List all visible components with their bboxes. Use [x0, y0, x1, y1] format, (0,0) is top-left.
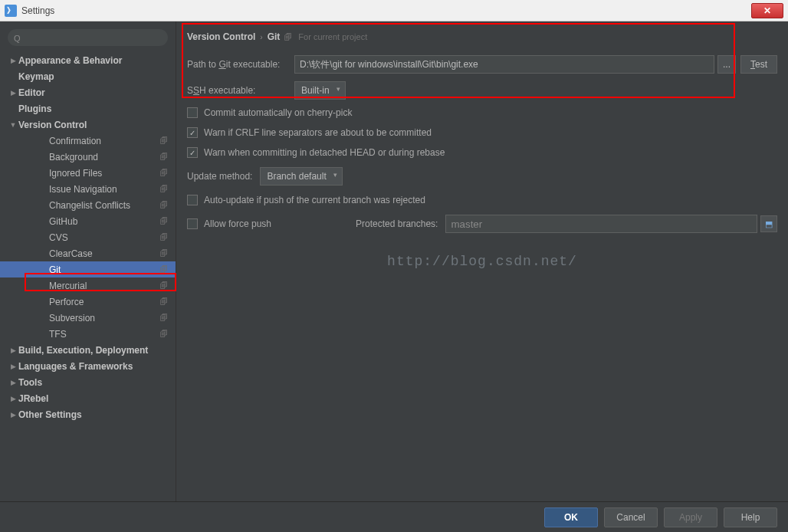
ssh-label: SSH executable: [187, 85, 294, 96]
sidebar-item-clearcase[interactable]: ▶ClearCase🗐 [0, 245, 176, 261]
sidebar-item-git[interactable]: ▶Git🗐 [0, 261, 176, 277]
sidebar-item-label: Editor [18, 87, 169, 98]
tree-arrow-icon: ▼ [8, 121, 18, 129]
project-scope-icon: 🗐 [159, 233, 169, 241]
cherry-pick-row[interactable]: Commit automatically on cherry-pick [187, 107, 777, 118]
sidebar-item-label: JRebel [18, 393, 169, 404]
window-title: Settings [21, 5, 751, 16]
sidebar-item-label: Appearance & Behavior [18, 55, 169, 66]
force-push-checkbox[interactable] [187, 218, 198, 229]
breadcrumb-git: Git [268, 31, 281, 42]
ssh-dropdown[interactable]: Built-in [294, 81, 346, 100]
update-method-label: Update method: [187, 171, 252, 182]
sidebar-item-keymap[interactable]: ▶Keymap [0, 68, 176, 84]
cherry-pick-label: Commit automatically on cherry-pick [204, 107, 352, 118]
sidebar-item-perforce[interactable]: ▶Perforce🗐 [0, 294, 176, 310]
sidebar-item-tools[interactable]: ▶Tools [0, 374, 176, 390]
search-icon: Q [14, 34, 21, 43]
sidebar-item-label: TFS [49, 329, 159, 340]
project-scope-icon: 🗐 [159, 217, 169, 225]
test-button[interactable]: Test [740, 55, 777, 74]
update-method-row: Update method: Branch default [187, 167, 777, 186]
tree-arrow-icon: ▶ [8, 395, 18, 402]
cherry-pick-checkbox[interactable] [187, 107, 198, 118]
sidebar-item-label: Git [49, 264, 159, 275]
sidebar-item-editor[interactable]: ▶Editor [0, 84, 176, 100]
update-method-dropdown[interactable]: Branch default [260, 167, 342, 186]
ok-button[interactable]: OK [544, 507, 598, 527]
sidebar-item-build-execution-deployment[interactable]: ▶Build, Execution, Deployment [0, 342, 176, 358]
sidebar-item-github[interactable]: ▶GitHub🗐 [0, 213, 176, 229]
autoupdate-checkbox[interactable] [187, 195, 198, 205]
sidebar-item-mercurial[interactable]: ▶Mercurial🗐 [0, 277, 176, 294]
detached-checkbox[interactable] [187, 147, 198, 158]
sidebar-item-languages-frameworks[interactable]: ▶Languages & Frameworks [0, 358, 176, 374]
path-label: Path to Git executable: [187, 59, 294, 70]
sidebar-item-appearance-behavior[interactable]: ▶Appearance & Behavior [0, 52, 176, 68]
sidebar-item-issue-navigation[interactable]: ▶Issue Navigation🗐 [0, 181, 176, 197]
project-scope-icon: 🗐 [159, 169, 169, 177]
protected-branches-label: Protected branches: [356, 218, 438, 229]
sidebar-item-background[interactable]: ▶Background🗐 [0, 149, 176, 165]
detached-row[interactable]: Warn when committing in detached HEAD or… [187, 147, 777, 158]
sidebar-item-label: Keymap [18, 71, 169, 82]
protected-branches-input[interactable] [445, 215, 757, 233]
sidebar-item-confirmation[interactable]: ▶Confirmation🗐 [0, 133, 176, 149]
project-scope-icon: 🗐 [159, 330, 169, 338]
project-scope-icon: 🗐 [159, 314, 169, 322]
settings-tree[interactable]: ▶Appearance & Behavior▶Keymap▶Editor▶Plu… [0, 52, 176, 501]
search-input[interactable] [8, 29, 168, 46]
sidebar-item-tfs[interactable]: ▶TFS🗐 [0, 326, 176, 342]
project-scope-icon: 🗐 [159, 153, 169, 161]
sidebar-item-version-control[interactable]: ▼Version Control [0, 117, 176, 133]
project-scope-icon: 🗐 [159, 265, 169, 274]
breadcrumb-hint: For current project [298, 32, 367, 41]
expand-button[interactable]: ⬒ [760, 215, 777, 232]
close-button[interactable]: ✕ [751, 3, 783, 18]
breadcrumb-vc[interactable]: Version Control [187, 31, 255, 42]
crlf-label: Warn if CRLF line separators are about t… [204, 127, 432, 138]
sidebar-item-subversion[interactable]: ▶Subversion🗐 [0, 310, 176, 326]
project-scope-icon: 🗐 [159, 185, 169, 193]
sidebar-item-label: Version Control [18, 120, 169, 130]
autoupdate-row[interactable]: Auto-update if push of the current branc… [187, 195, 777, 205]
detached-label: Warn when committing in detached HEAD or… [204, 147, 445, 158]
title-bar: 》 Settings ✕ [0, 0, 788, 21]
browse-button[interactable]: ... [717, 55, 736, 74]
sidebar-item-jrebel[interactable]: ▶JRebel [0, 390, 176, 406]
sidebar-item-label: Perforce [49, 297, 159, 307]
tree-arrow-icon: ▶ [8, 363, 18, 370]
watermark: http://blog.csdn.net/ [387, 254, 577, 269]
search-wrap: Q [0, 26, 176, 52]
project-scope-icon: 🗐 [159, 136, 169, 145]
app-icon: 》 [5, 5, 17, 17]
sidebar-item-label: Confirmation [49, 136, 159, 146]
sidebar-item-label: Subversion [49, 313, 159, 323]
sidebar-item-ignored-files[interactable]: ▶Ignored Files🗐 [0, 165, 176, 181]
cancel-button[interactable]: Cancel [604, 507, 658, 527]
git-path-input[interactable] [294, 55, 714, 74]
tree-arrow-icon: ▶ [8, 57, 18, 64]
crlf-checkbox[interactable] [187, 127, 198, 138]
sidebar-item-plugins[interactable]: ▶Plugins [0, 100, 176, 117]
sidebar-item-label: Issue Navigation [49, 184, 159, 195]
apply-button[interactable]: Apply [664, 507, 717, 527]
force-push-label: Allow force push [204, 218, 271, 229]
content-panel: Version Control › Git 🗐 For current proj… [176, 21, 788, 501]
sidebar-item-cvs[interactable]: ▶CVS🗐 [0, 229, 176, 245]
sidebar-item-other-settings[interactable]: ▶Other Settings [0, 406, 176, 422]
sidebar-item-label: Other Settings [18, 409, 169, 420]
tree-arrow-icon: ▶ [8, 89, 18, 97]
tree-arrow-icon: ▶ [8, 411, 18, 419]
sidebar-item-label: CVS [49, 232, 159, 243]
help-button[interactable]: Help [724, 507, 777, 527]
project-scope-icon: 🗐 [159, 249, 169, 258]
sidebar-item-label: Background [49, 152, 159, 163]
sidebar-item-label: ClearCase [49, 248, 159, 259]
sidebar-item-label: Build, Execution, Deployment [18, 345, 169, 356]
sidebar-item-label: Changelist Conflicts [49, 200, 159, 211]
autoupdate-label: Auto-update if push of the current branc… [204, 195, 425, 205]
breadcrumb: Version Control › Git 🗐 For current proj… [187, 29, 777, 44]
sidebar-item-changelist-conflicts[interactable]: ▶Changelist Conflicts🗐 [0, 197, 176, 213]
crlf-row[interactable]: Warn if CRLF line separators are about t… [187, 127, 777, 138]
